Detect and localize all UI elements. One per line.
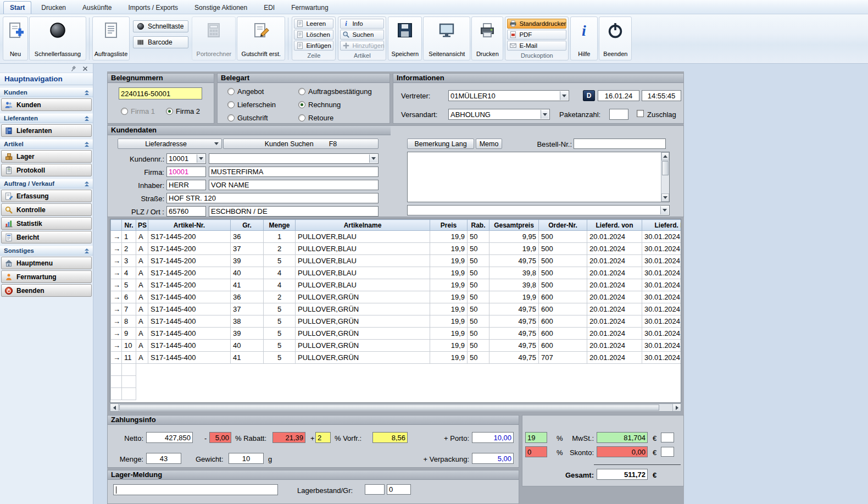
bemerkung-textarea[interactable] [407, 152, 670, 202]
cell-ordernr[interactable]: 600 [539, 315, 587, 328]
cell-lieferd_bis[interactable]: 30.01.2024 [642, 231, 682, 243]
table-row[interactable]: →7AS17-1445-400375PULLOVER,GRÜN19,95049,… [111, 303, 682, 315]
cell-artikelname[interactable]: PULLOVER,GRÜN [296, 328, 430, 340]
cell-menge[interactable]: 5 [264, 340, 296, 352]
cell-lieferd_bis[interactable]: 30.01.2024 [642, 328, 682, 340]
cell-rowmark[interactable]: → [111, 243, 122, 255]
memo-button[interactable]: Memo [476, 139, 502, 149]
collapse-chevron-icon[interactable] [85, 248, 89, 253]
cell-menge[interactable]: 2 [264, 291, 296, 303]
cell-ps[interactable]: A [136, 231, 148, 243]
gewicht-field[interactable]: 10 [229, 453, 264, 464]
column-header-artikelnr[interactable]: Artikel-Nr. [148, 220, 231, 231]
cell-gesamtpreis[interactable]: 49,75 [489, 255, 539, 267]
cell-gesamtpreis[interactable]: 49,75 [489, 328, 539, 340]
cell-artikelname[interactable]: PULLOVER,GRÜN [296, 303, 430, 315]
scrollbar-thumb[interactable] [662, 161, 669, 175]
mwst-percent-field[interactable]: 19 [525, 432, 547, 443]
chevron-down-icon[interactable] [197, 154, 205, 163]
cell-preis[interactable]: 19,9 [430, 303, 468, 315]
cell-ordernr[interactable]: 707 [539, 352, 587, 364]
cell-menge[interactable]: 5 [264, 352, 296, 364]
hilfe-button[interactable]: Hilfe [570, 16, 598, 60]
cell-rab[interactable]: 50 [468, 340, 489, 352]
sidebar-item-lieferanten[interactable]: Lieferanten [1, 124, 92, 137]
radio-firma-1[interactable]: Firma 1 [121, 107, 155, 115]
table-row[interactable]: →6AS17-1445-400362PULLOVER,GRÜN19,95019,… [111, 291, 682, 303]
cell-gr[interactable]: 38 [231, 315, 264, 328]
cell-rab[interactable]: 50 [468, 303, 489, 315]
table-row[interactable]: →10AS17-1445-400405PULLOVER,GRÜN19,95049… [111, 340, 682, 352]
sidebar-item-fernwartung[interactable]: Fernwartung [1, 270, 92, 283]
lagerbestand-gr-field[interactable]: 0 [387, 484, 411, 495]
vorfr-value-field[interactable]: 8,56 [372, 432, 408, 443]
collapse-chevron-icon[interactable] [85, 90, 89, 95]
gutschrift-button[interactable]: Gutschrift erst. [237, 16, 285, 60]
cell-ordernr[interactable]: 600 [539, 328, 587, 340]
lieferadresse-button[interactable]: Lieferadresse [118, 139, 222, 149]
sidebar-item-statistik[interactable]: Statistik [1, 217, 92, 230]
cell-ps[interactable]: A [136, 267, 148, 279]
speichern-button[interactable]: Speichern [388, 16, 422, 60]
pin-icon[interactable] [70, 65, 77, 73]
sidebar-item-lager[interactable]: Lager [1, 150, 92, 163]
cell-artikelnr[interactable]: S17-1445-400 [148, 352, 231, 364]
cell-rab[interactable]: 50 [468, 328, 489, 340]
cell-gr[interactable]: 40 [231, 267, 264, 279]
strasse-field[interactable]: HOF STR. 120 [166, 193, 379, 203]
cell-lieferd_von[interactable]: 20.01.2024 [587, 267, 642, 279]
loeschen-button[interactable]: Löschen [294, 30, 333, 40]
table-row[interactable]: →5AS17-1445-200414PULLOVER,BLAU19,95039,… [111, 279, 682, 291]
column-header-gr[interactable]: Gr. [231, 220, 264, 231]
cell-gesamtpreis[interactable]: 9,95 [489, 231, 539, 243]
cell-ps[interactable]: A [136, 328, 148, 340]
cell-menge[interactable]: 4 [264, 267, 296, 279]
firma-name-field[interactable]: MUSTERFIRMA [209, 167, 379, 177]
beenden-button[interactable]: Beenden [599, 16, 632, 60]
einfuegen-button[interactable]: Einfügen [294, 41, 333, 51]
chevron-down-icon[interactable] [369, 154, 377, 163]
horizontal-scrollbar[interactable] [110, 403, 681, 412]
cell-artikelname[interactable]: PULLOVER,BLAU [296, 279, 430, 291]
kundennr-combo[interactable]: 10001 [166, 153, 206, 164]
cell-nr[interactable]: 6 [122, 291, 136, 303]
sidebar-item-beenden[interactable]: Beenden [1, 284, 92, 297]
schnellerfassung-button[interactable]: Schnellerfassung [29, 16, 86, 60]
column-header-artikelname[interactable]: Artikelname [296, 220, 430, 231]
plz-field[interactable]: 65760 [166, 206, 206, 217]
cell-rab[interactable]: 50 [468, 243, 489, 255]
scroll-right-icon[interactable] [672, 404, 681, 411]
cell-preis[interactable]: 19,9 [430, 352, 468, 364]
cell-nr[interactable]: 7 [122, 303, 136, 315]
cell-gr[interactable]: 41 [231, 279, 264, 291]
lagerbestand-field[interactable] [365, 484, 385, 495]
gesamt-field[interactable]: 511,72 [597, 469, 648, 480]
ort-field[interactable]: ESCHBORN / DE [209, 206, 379, 217]
date-field[interactable]: 16.01.24 [598, 90, 639, 101]
cell-menge[interactable]: 5 [264, 255, 296, 267]
cell-ordernr[interactable]: 600 [539, 291, 587, 303]
column-header-lieferd_von[interactable]: Lieferd. von [587, 220, 642, 231]
cell-gr[interactable]: 39 [231, 255, 264, 267]
cell-artikelnr[interactable]: S17-1445-400 [148, 340, 231, 352]
cell-menge[interactable]: 4 [264, 279, 296, 291]
cell-lieferd_von[interactable]: 20.01.2024 [587, 328, 642, 340]
portorechner-button[interactable]: Portorechner [192, 16, 236, 60]
radio-angebot[interactable]: Angebot [227, 87, 264, 96]
cell-ordernr[interactable]: 500 [539, 267, 587, 279]
neu-button[interactable]: Neu [3, 16, 28, 60]
firma-nr-field[interactable]: 10001 [166, 167, 206, 177]
collapse-chevron-icon[interactable] [85, 181, 89, 186]
bestellnr-field[interactable] [574, 139, 666, 149]
cell-artikelname[interactable]: PULLOVER,BLAU [296, 255, 430, 267]
radio-lieferschein[interactable]: Lieferschein [227, 101, 276, 109]
cell-preis[interactable]: 19,9 [430, 315, 468, 328]
menu-tab-auskünfte[interactable]: Auskünfte [76, 1, 118, 14]
sidebar-item-hauptmenu[interactable]: Hauptmenu [1, 257, 92, 269]
column-header-preis[interactable]: Preis [430, 220, 468, 231]
auftragsliste-button[interactable]: Auftragsliste [92, 16, 130, 60]
standarddrucker-button[interactable]: Standarddrucker [507, 19, 566, 29]
menge-field[interactable]: 43 [146, 453, 181, 464]
bemerkung-select[interactable] [407, 205, 670, 215]
sidebar-item-kontrolle[interactable]: Kontrolle [1, 203, 92, 216]
